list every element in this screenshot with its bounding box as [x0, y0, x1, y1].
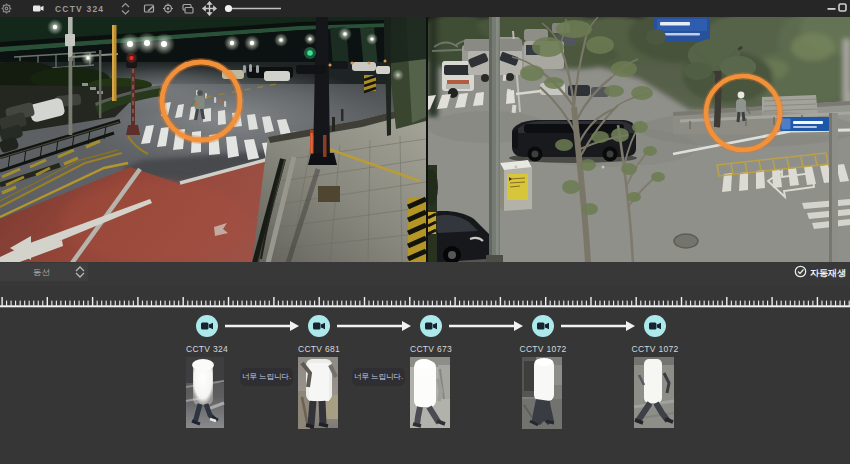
svg-text:CCTV 324: CCTV 324: [55, 4, 104, 14]
